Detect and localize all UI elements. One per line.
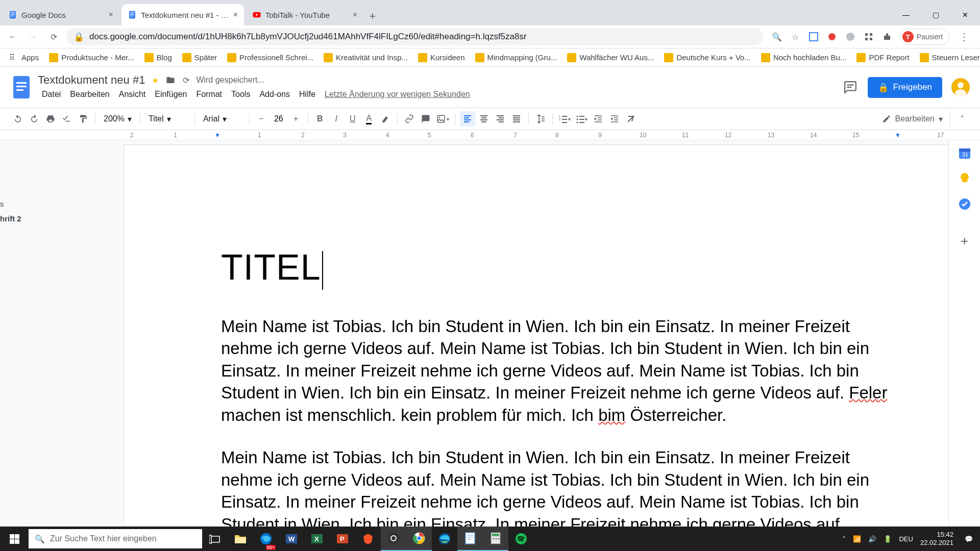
apps-bookmark[interactable]: ⠿Apps — [5, 51, 43, 64]
battery-icon[interactable]: 🔋 — [884, 535, 892, 543]
bookmark-item[interactable]: Noch hochladen Bu... — [757, 51, 850, 64]
bookmark-item[interactable]: PDF Report — [852, 51, 913, 64]
browser-tab[interactable]: Google Docs × — [2, 4, 119, 26]
menu-format[interactable]: Format — [192, 88, 226, 101]
menu-einfugen[interactable]: Einfügen — [151, 88, 191, 101]
calendar-icon[interactable]: 31 — [958, 146, 971, 160]
redo-button[interactable] — [27, 111, 42, 127]
volume-icon[interactable]: 🔊 — [868, 535, 876, 543]
document-page[interactable]: TITEL Mein Name ist Tobias. Ich bin Stud… — [124, 144, 953, 551]
account-avatar[interactable] — [951, 78, 970, 96]
font-select[interactable]: Arial▾ — [199, 114, 245, 124]
clear-formatting-button[interactable] — [623, 111, 639, 127]
bold-button[interactable]: B — [312, 111, 328, 127]
notifications-button[interactable]: 💬 — [961, 535, 977, 543]
edge-button[interactable]: 99+ — [253, 527, 279, 551]
align-right-button[interactable] — [493, 111, 508, 127]
keep-icon[interactable] — [958, 172, 971, 185]
increase-indent-button[interactable] — [607, 111, 622, 127]
minimize-button[interactable]: — — [891, 4, 921, 26]
last-edit-link[interactable]: Letzte Änderung vor wenigen Sekunden — [321, 88, 474, 101]
undo-button[interactable] — [10, 111, 26, 127]
print-button[interactable] — [43, 111, 58, 127]
tab-close-icon[interactable]: × — [353, 10, 357, 19]
document-title[interactable]: Textdokument neu #1 — [38, 73, 145, 87]
insert-link-button[interactable] — [402, 111, 417, 127]
chrome-button[interactable] — [406, 527, 432, 551]
extension-icon[interactable] — [845, 31, 856, 42]
bookmark-item[interactable]: Wahlfächer WU Aus... — [563, 51, 658, 64]
excel-button[interactable]: X — [304, 527, 330, 551]
new-tab-button[interactable]: + — [363, 7, 382, 26]
share-button[interactable]: 🔒 Freigeben — [868, 77, 942, 98]
zoom-icon[interactable]: 🔍 — [771, 31, 782, 42]
brave-button[interactable] — [355, 527, 381, 551]
menu-addons[interactable]: Add-ons — [255, 88, 294, 101]
align-center-button[interactable] — [476, 111, 492, 127]
forward-button[interactable]: → — [26, 29, 41, 44]
clock[interactable]: 15:42 22.02.2021 — [920, 531, 953, 546]
extension-icon[interactable] — [826, 31, 838, 42]
align-justify-button[interactable] — [509, 111, 524, 127]
collapse-toolbar-button[interactable]: ˄ — [954, 111, 970, 127]
bookmark-item[interactable]: Kreativität und Insp... — [320, 51, 412, 64]
bookmark-item[interactable]: Kursideen — [414, 51, 469, 64]
editing-mode-button[interactable]: Bearbeiten ▾ — [875, 111, 950, 127]
start-button[interactable] — [0, 527, 29, 551]
add-addon-button[interactable]: + — [961, 233, 968, 249]
bulleted-list-button[interactable]: ▾ — [574, 111, 590, 127]
menu-ansicht[interactable]: Ansicht — [115, 88, 150, 101]
close-window-button[interactable]: ✕ — [950, 4, 980, 26]
bookmark-item[interactable]: Produktsuche - Mer... — [45, 51, 138, 64]
zoom-select[interactable]: 200%▾ — [100, 114, 136, 124]
bookmark-item[interactable]: Steuern Lesen !!!! — [916, 51, 980, 64]
outline-item[interactable]: s — [0, 196, 26, 211]
docs-logo[interactable] — [10, 73, 33, 102]
extensions-icon[interactable] — [881, 31, 893, 42]
powerpoint-button[interactable]: P — [330, 527, 355, 551]
star-icon[interactable]: ☆ — [790, 31, 801, 42]
gsuite-icon[interactable] — [808, 31, 819, 42]
decrease-indent-button[interactable] — [591, 111, 606, 127]
file-explorer-button[interactable] — [228, 527, 253, 551]
menu-bearbeiten[interactable]: Bearbeiten — [66, 88, 113, 101]
ruler[interactable]: 2 1 ▼ 1 2 3 4 5 6 7 8 9 10 11 12 13 14 1… — [0, 130, 980, 140]
tray-expand-button[interactable]: ˄ — [842, 535, 846, 543]
document-paragraph[interactable]: Mein Name ist Tobias. Ich bin Student in… — [221, 315, 905, 427]
style-select[interactable]: Titel▾ — [144, 114, 190, 124]
insert-image-button[interactable]: ▾ — [434, 111, 451, 127]
line-spacing-button[interactable] — [533, 111, 548, 127]
notepad-button[interactable] — [457, 527, 483, 551]
spelling-error[interactable]: Feler — [849, 383, 887, 402]
comments-button[interactable] — [842, 79, 859, 95]
taskbar-search[interactable]: 🔍 Zur Suche Text hier eingeben — [29, 529, 202, 548]
tab-close-icon[interactable]: × — [233, 10, 238, 19]
text-color-button[interactable]: A — [361, 111, 377, 127]
numbered-list-button[interactable]: 12▾ — [557, 111, 573, 127]
back-button[interactable]: ← — [5, 29, 20, 44]
star-icon[interactable]: ★ — [150, 75, 160, 85]
task-view-button[interactable] — [202, 527, 228, 551]
maximize-button[interactable]: ▢ — [921, 4, 950, 26]
spotify-button[interactable] — [508, 527, 534, 551]
reload-button[interactable]: ⟳ — [46, 29, 61, 44]
page-container[interactable]: TITEL Mein Name ist Tobias. Ich bin Stud… — [26, 140, 980, 551]
menu-datei[interactable]: Datei — [38, 88, 65, 101]
browser-tab[interactable]: TobiTalk - YouTube × — [246, 4, 363, 26]
insert-comment-button[interactable] — [418, 111, 433, 127]
document-paragraph[interactable]: Mein Name ist Tobias. Ich bin Student in… — [221, 446, 905, 535]
paint-format-button[interactable] — [76, 111, 91, 127]
spellcheck-button[interactable] — [59, 111, 75, 127]
move-icon[interactable] — [165, 75, 176, 85]
browser-tab-active[interactable]: Textdokument neu #1 - Google D × — [121, 4, 244, 26]
new-edge-button[interactable] — [432, 527, 457, 551]
spelling-error[interactable]: bim — [598, 406, 625, 424]
menu-hilfe[interactable]: Hilfe — [295, 88, 320, 101]
bookmark-item[interactable]: Deutsche Kurs + Vo... — [660, 51, 755, 64]
word-button[interactable]: W — [279, 527, 304, 551]
language-indicator[interactable]: DEU — [899, 535, 913, 543]
underline-button[interactable]: U — [345, 111, 360, 127]
outline-item[interactable]: hrift 2 — [0, 211, 26, 226]
tasks-icon[interactable] — [958, 197, 971, 211]
url-input[interactable]: 🔒 docs.google.com/document/d/1hUH8k6h7Lb… — [66, 28, 763, 45]
